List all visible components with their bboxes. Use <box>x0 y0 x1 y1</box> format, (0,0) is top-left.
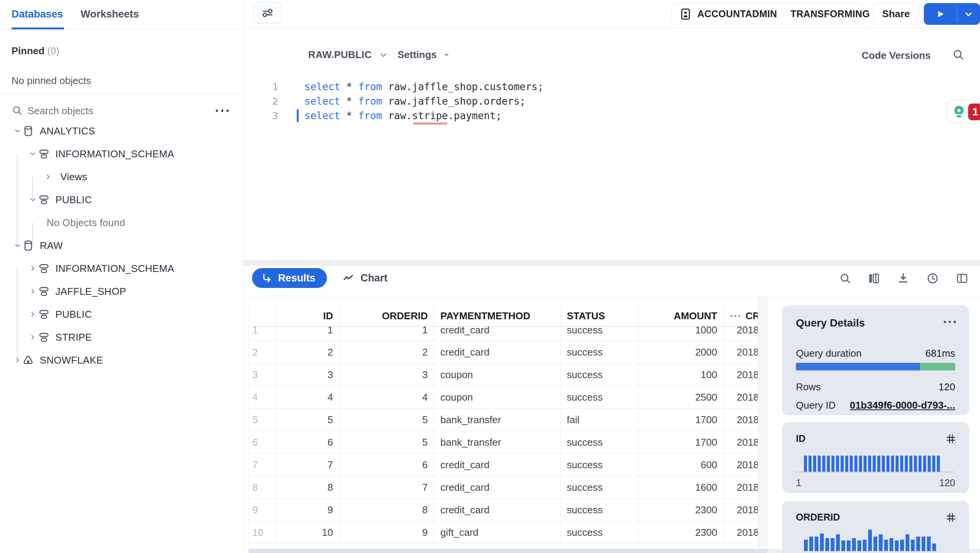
table-cell[interactable]: success <box>561 341 638 363</box>
table-cell[interactable]: 1700 <box>638 431 724 453</box>
table-cell[interactable]: 2018 <box>724 409 758 431</box>
results-search-icon[interactable] <box>838 271 852 286</box>
table-row[interactable]: 444couponsuccess25002018 <box>248 386 758 408</box>
query-id-link[interactable]: 01b349f6-0000-d793-... <box>850 399 955 411</box>
tab-worksheets[interactable]: Worksheets <box>81 8 139 20</box>
table-cell[interactable] <box>276 544 340 548</box>
table-row[interactable] <box>248 544 758 548</box>
table-cell[interactable]: success <box>561 521 638 543</box>
table-cell[interactable]: 4 <box>340 386 434 408</box>
results-table[interactable]: IDORDERIDPAYMENTMETHODSTATUSAMOUNTCREATE… <box>248 306 758 548</box>
chevron-down-icon[interactable] <box>14 242 21 249</box>
table-cell[interactable]: 2018 <box>724 431 758 453</box>
table-cell[interactable]: 1600 <box>638 476 724 498</box>
table-cell[interactable]: success <box>561 386 638 408</box>
table-row-wrap[interactable]: 887credit_cardsuccess16002018 <box>248 476 758 499</box>
table-cell[interactable]: credit_card <box>434 341 561 363</box>
table-cell[interactable]: success <box>561 499 638 521</box>
table-cell[interactable]: 5 <box>276 409 340 431</box>
hidden-columns-icon[interactable] <box>731 315 740 317</box>
table-cell[interactable]: 3 <box>276 364 340 386</box>
table-cell[interactable]: 1000 <box>638 327 724 341</box>
table-cell[interactable]: coupon <box>434 364 561 386</box>
table-row[interactable]: 10109gift_cardsuccess23002018 <box>248 521 758 543</box>
table-cell[interactable]: 2 <box>276 341 340 363</box>
run-button[interactable] <box>924 3 980 25</box>
table-cell[interactable]: 2300 <box>638 521 724 543</box>
chevron-right-icon[interactable] <box>14 356 21 364</box>
table-cell[interactable]: 1 <box>276 327 340 341</box>
tree-item-stripe[interactable]: STRIPE <box>0 326 243 349</box>
query-details-menu-icon[interactable] <box>944 321 956 323</box>
table-cell[interactable]: coupon <box>434 386 561 408</box>
worksheet-filters-button[interactable] <box>253 2 281 24</box>
table-row-wrap[interactable]: 333couponsuccess1002018 <box>248 364 758 386</box>
table-cell[interactable] <box>724 544 758 548</box>
table-cell[interactable] <box>561 544 638 548</box>
table-cell[interactable]: 2018 <box>724 454 758 476</box>
table-cell[interactable]: 6 <box>340 454 434 476</box>
search-input[interactable] <box>27 102 192 119</box>
table-cell[interactable]: 4 <box>276 386 340 408</box>
table-cell[interactable]: 5 <box>248 409 276 431</box>
table-row[interactable]: 665bank_transfersuccess17002018 <box>248 431 758 453</box>
table-cell[interactable]: 2018 <box>724 386 758 408</box>
table-cell[interactable]: 9 <box>276 499 340 521</box>
table-cell[interactable]: 1 <box>248 327 276 341</box>
tree-item-raw[interactable]: RAW <box>0 234 243 257</box>
tree-item-jaffle-shop[interactable]: JAFFLE_SHOP <box>0 280 243 303</box>
split-panel-icon[interactable] <box>955 271 969 286</box>
table-cell[interactable]: 2000 <box>638 341 724 363</box>
table-cell[interactable]: gift_card <box>434 521 561 543</box>
chevron-right-icon[interactable] <box>44 173 52 181</box>
table-cell[interactable] <box>638 544 724 548</box>
table-row[interactable]: 998credit_cardsuccess23002018 <box>248 499 758 521</box>
table-cell[interactable]: 10 <box>248 521 276 543</box>
table-vertical-scrollbar[interactable] <box>758 296 767 548</box>
table-row-wrap[interactable]: 222credit_cardsuccess20002018 <box>248 341 758 364</box>
table-cell[interactable]: 100 <box>638 364 724 386</box>
table-cell[interactable]: credit_card <box>434 454 561 476</box>
table-row[interactable]: 111credit_cardsuccess10002018 <box>248 327 758 341</box>
chevron-right-icon[interactable] <box>29 265 37 272</box>
pane-resize-handle[interactable] <box>244 260 980 265</box>
table-cell[interactable]: 10 <box>276 521 340 543</box>
table-cell[interactable]: bank_transfer <box>434 409 561 431</box>
download-icon[interactable] <box>896 271 910 286</box>
scrollbar-thumb[interactable] <box>248 549 768 553</box>
table-row-wrap[interactable]: 665bank_transfersuccess17002018 <box>248 431 758 454</box>
table-cell[interactable] <box>434 544 561 548</box>
editor-search-icon[interactable] <box>952 48 965 61</box>
column-stats-card-orderid[interactable]: ORDERID <box>782 501 969 553</box>
table-row[interactable]: 333couponsuccess1002018 <box>248 364 758 386</box>
column-stats-card-id[interactable]: ID 1 120 <box>782 422 969 493</box>
table-cell[interactable]: 7 <box>248 454 276 476</box>
table-cell[interactable]: 2500 <box>638 386 724 408</box>
copilot-suggestion-pill[interactable]: 1 <box>946 100 980 123</box>
table-cell[interactable]: success <box>561 431 638 453</box>
table-cell[interactable]: 7 <box>340 476 434 498</box>
table-row[interactable]: 887credit_cardsuccess16002018 <box>248 476 758 498</box>
run-options-chevron-icon[interactable] <box>957 3 980 25</box>
columns-icon[interactable] <box>867 271 881 286</box>
chevron-right-icon[interactable] <box>29 310 37 318</box>
table-cell[interactable]: 2018 <box>724 521 758 543</box>
table-cell[interactable]: 9 <box>340 521 434 543</box>
tree-item-information-schema[interactable]: INFORMATION_SCHEMA <box>0 142 243 165</box>
table-cell[interactable]: 1 <box>340 327 434 341</box>
table-row-wrap[interactable]: 444couponsuccess25002018 <box>248 386 758 409</box>
table-cell[interactable] <box>340 544 434 548</box>
tree-item-information-schema[interactable]: INFORMATION_SCHEMA <box>0 257 243 280</box>
table-cell[interactable]: credit_card <box>434 327 561 341</box>
tree-item-views[interactable]: Views <box>0 165 243 188</box>
chevron-right-icon[interactable] <box>29 333 37 341</box>
code-line-2[interactable]: 2select * from raw.jaffle_shop.orders; <box>244 94 946 108</box>
table-cell[interactable]: 2 <box>340 341 434 363</box>
chevron-down-icon[interactable] <box>29 150 37 158</box>
code-line-3[interactable]: 3select * from raw.stripe.payment; <box>244 108 946 123</box>
table-cell[interactable]: 2018 <box>724 476 758 498</box>
table-cell[interactable]: success <box>561 454 638 476</box>
tree-item-public[interactable]: PUBLIC <box>0 188 243 211</box>
table-cell[interactable]: success <box>561 327 638 341</box>
chevron-down-icon[interactable] <box>14 127 21 135</box>
